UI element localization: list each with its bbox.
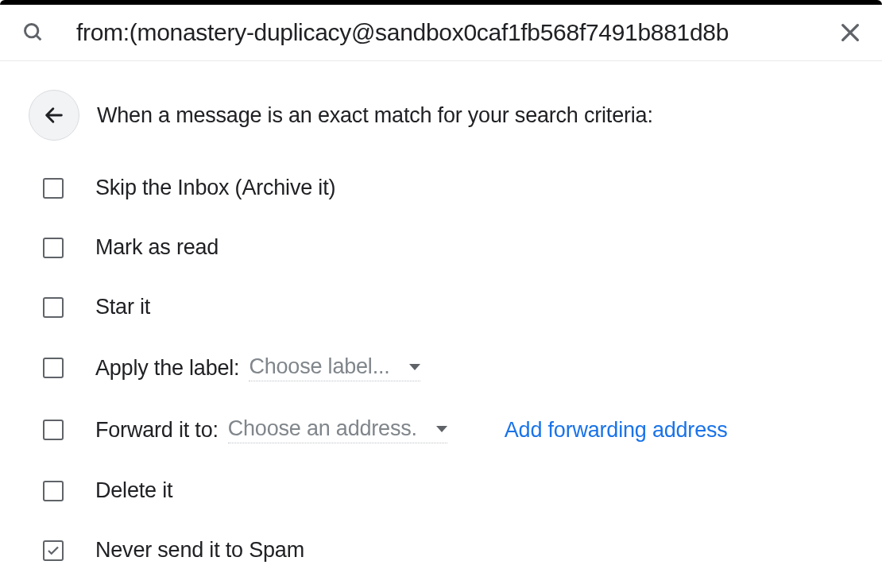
option-never-spam: Never send it to Spam <box>29 538 860 563</box>
dropdown-choose-label-text: Choose label... <box>249 354 389 379</box>
option-mark-read: Mark as read <box>29 235 860 260</box>
label-skip-inbox: Skip the Inbox (Archive it) <box>95 176 335 200</box>
label-star: Star it <box>95 295 150 319</box>
label-forward: Forward it to: <box>95 418 219 443</box>
option-star: Star it <box>29 295 860 319</box>
label-mark-read: Mark as read <box>95 235 219 260</box>
back-button[interactable] <box>29 90 79 141</box>
dropdown-choose-address[interactable]: Choose an address. <box>228 416 447 443</box>
chevron-down-icon <box>436 426 447 432</box>
checkbox-mark-read[interactable] <box>43 238 64 258</box>
checkbox-delete[interactable] <box>43 481 64 501</box>
filter-actions-panel: When a message is an exact match for you… <box>0 61 882 563</box>
checkbox-never-spam[interactable] <box>43 540 64 561</box>
checkbox-skip-inbox[interactable] <box>43 178 64 199</box>
arrow-left-icon <box>43 104 65 126</box>
label-delete: Delete it <box>95 478 172 503</box>
checkbox-forward[interactable] <box>43 420 64 440</box>
header-row: When a message is an exact match for you… <box>29 90 860 141</box>
search-icon <box>22 21 44 44</box>
checkbox-star[interactable] <box>43 297 64 318</box>
dropdown-choose-label[interactable]: Choose label... <box>249 354 420 381</box>
clear-icon[interactable] <box>838 20 863 45</box>
option-skip-inbox: Skip the Inbox (Archive it) <box>29 176 860 200</box>
option-forward: Forward it to: Choose an address. Add fo… <box>29 416 860 443</box>
label-never-spam: Never send it to Spam <box>95 538 304 563</box>
option-delete: Delete it <box>29 478 860 503</box>
option-apply-label: Apply the label: Choose label... <box>29 354 860 381</box>
add-forwarding-address-link[interactable]: Add forwarding address <box>505 418 728 443</box>
header-text: When a message is an exact match for you… <box>97 103 653 128</box>
dropdown-choose-address-text: Choose an address. <box>228 416 417 441</box>
label-apply-label: Apply the label: <box>95 356 239 381</box>
search-input[interactable] <box>76 19 822 46</box>
checkbox-apply-label[interactable] <box>43 358 64 378</box>
chevron-down-icon <box>409 364 420 370</box>
checkmark-icon <box>46 544 60 558</box>
search-bar <box>0 5 882 61</box>
